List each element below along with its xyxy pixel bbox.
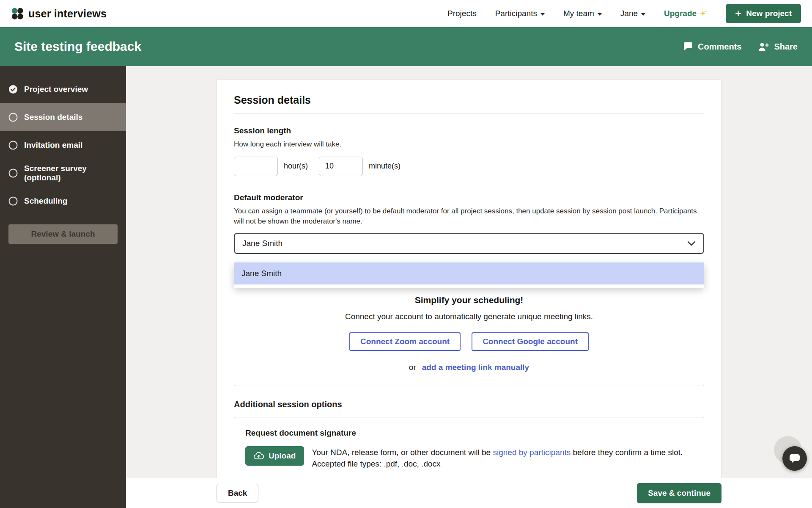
manual-link-row: or add a meeting link manually <box>244 363 694 372</box>
document-signature-text: Your NDA, release form, or other documen… <box>312 446 693 470</box>
sidebar-item-label: Session details <box>24 113 82 122</box>
nav-my-team-label: My team <box>563 9 594 18</box>
default-moderator-label: Default moderator <box>234 193 704 202</box>
scheduling-description: Connect your account to automatically ge… <box>244 312 694 321</box>
new-project-label: New project <box>746 9 792 18</box>
top-navbar: user interviews Projects Participants My… <box>0 0 812 27</box>
minutes-input[interactable] <box>319 157 363 176</box>
sidebar-item-session-details[interactable]: Session details <box>0 103 126 131</box>
doc-text-before: Your NDA, release form, or other documen… <box>312 448 493 457</box>
nav-participants-label: Participants <box>495 9 537 18</box>
sidebar-item-project-overview[interactable]: Project overview <box>0 75 126 103</box>
wizard-footer: Back Save & continue <box>126 478 812 508</box>
sidebar-item-label: Screener survey (optional) <box>24 164 118 182</box>
divider <box>234 113 704 113</box>
session-length-label: Session length <box>234 126 704 135</box>
nav-participants[interactable]: Participants <box>495 9 545 18</box>
header-actions: Comments Share <box>683 42 798 52</box>
additional-options-title: Additional session options <box>234 400 704 409</box>
back-button[interactable]: Back <box>217 484 258 502</box>
step-complete-icon <box>8 85 18 94</box>
chevron-down-icon <box>641 13 645 16</box>
brand-logo[interactable]: user interviews <box>11 7 107 20</box>
hours-unit-label: hour(s) <box>284 162 308 171</box>
step-circle-icon <box>8 168 18 178</box>
sidebar-item-label: Invitation email <box>24 141 82 150</box>
nav-projects-label: Projects <box>447 9 477 18</box>
moderator-option-jane-smith[interactable]: Jane Smith <box>234 262 704 284</box>
session-length-inputs: hour(s) minute(s) <box>234 157 704 176</box>
session-length-description: How long each interview will take. <box>234 139 704 150</box>
chevron-down-icon <box>540 13 545 16</box>
document-signature-box: Request document signature Upload Your N… <box>234 417 704 483</box>
session-details-card: Session details Session length How long … <box>217 79 721 501</box>
upload-cloud-icon <box>254 452 264 460</box>
sidebar-item-label: Project overview <box>24 85 88 94</box>
sparkle-icon <box>700 10 707 17</box>
review-launch-button[interactable]: Review & launch <box>8 224 118 244</box>
sidebar-item-invitation-email[interactable]: Invitation email <box>0 131 126 159</box>
chat-widget-button[interactable] <box>782 446 807 471</box>
plus-icon: + <box>735 8 741 19</box>
sidebar-item-screener-survey[interactable]: Screener survey (optional) <box>0 159 126 187</box>
moderator-select-wrap: Jane Smith Jane Smith <box>234 233 704 254</box>
nav-links: Projects Participants My team Jane Upgra… <box>447 4 801 23</box>
document-signature-title: Request document signature <box>245 428 693 438</box>
upload-button[interactable]: Upload <box>245 446 304 466</box>
upgrade-link[interactable]: Upgrade <box>664 9 707 18</box>
share-label: Share <box>774 42 798 52</box>
comments-label: Comments <box>698 42 741 52</box>
minutes-unit-label: minute(s) <box>369 162 401 171</box>
sidebar-item-label: Scheduling <box>24 196 67 206</box>
step-circle-icon <box>8 196 18 206</box>
upload-label: Upload <box>269 451 296 461</box>
card-title: Session details <box>234 94 704 106</box>
chevron-down-icon <box>687 241 696 246</box>
nav-user-menu[interactable]: Jane <box>620 9 645 18</box>
step-circle-icon <box>8 113 18 122</box>
upgrade-label: Upgrade <box>664 9 697 18</box>
step-circle-icon <box>8 141 18 150</box>
new-project-button[interactable]: + New project <box>726 4 801 23</box>
connect-zoom-button[interactable]: Connect Zoom account <box>349 332 461 351</box>
connect-google-button[interactable]: Connect Google account <box>472 332 589 351</box>
moderator-select[interactable]: Jane Smith <box>234 233 704 254</box>
brand-name: user interviews <box>28 8 107 20</box>
brand-mark-icon <box>11 7 24 20</box>
save-continue-button[interactable]: Save & continue <box>637 483 721 503</box>
main-content: Session details Session length How long … <box>126 66 812 508</box>
moderator-selected-value: Jane Smith <box>242 239 283 248</box>
signed-by-participants-link[interactable]: signed by participants <box>493 448 571 457</box>
share-person-add-icon <box>758 42 769 51</box>
chat-bubble-icon <box>788 453 801 464</box>
default-moderator-description: You can assign a teammate (or yourself) … <box>234 206 704 227</box>
manual-meeting-link[interactable]: add a meeting link manually <box>422 363 529 372</box>
wizard-sidebar: Project overview Session details Invitat… <box>0 66 126 508</box>
comments-icon <box>683 42 693 51</box>
scheduling-buttons: Connect Zoom account Connect Google acco… <box>244 332 694 351</box>
comments-button[interactable]: Comments <box>683 42 741 52</box>
scheduling-title: Simplify your scheduling! <box>244 295 694 305</box>
or-label: or <box>409 363 416 372</box>
document-signature-row: Upload Your NDA, release form, or other … <box>245 446 693 470</box>
hours-input[interactable] <box>234 157 278 176</box>
share-button[interactable]: Share <box>758 42 798 52</box>
moderator-dropdown: Jane Smith <box>234 262 704 288</box>
chevron-down-icon <box>598 13 602 16</box>
sidebar-item-scheduling[interactable]: Scheduling <box>0 187 126 215</box>
nav-projects[interactable]: Projects <box>447 9 477 18</box>
project-header: Site testing feedback Comments Share <box>0 27 812 66</box>
nav-user-label: Jane <box>620 9 638 18</box>
nav-my-team[interactable]: My team <box>563 9 602 18</box>
page-title: Site testing feedback <box>14 39 141 54</box>
